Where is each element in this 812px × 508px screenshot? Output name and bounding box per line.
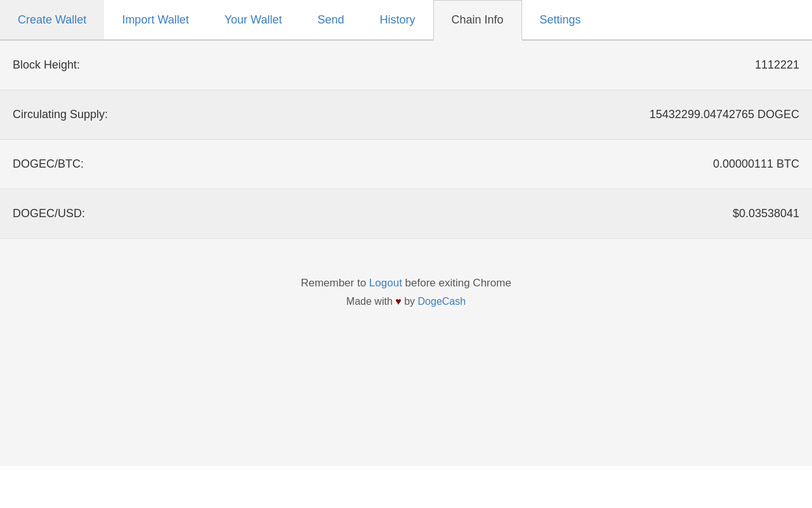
nav-your-wallet[interactable]: Your Wallet xyxy=(207,0,300,39)
block-height-row: Block Height: 1112221 xyxy=(0,41,812,90)
circulating-supply-value: 15432299.04742765 DOGEC xyxy=(650,108,799,121)
footer-before-exit-text: before exiting Chrome xyxy=(402,277,511,289)
dogec-usd-row: DOGEC/USD: $0.03538041 xyxy=(0,189,812,239)
nav-import-wallet[interactable]: Import Wallet xyxy=(104,0,206,39)
dogec-btc-row: DOGEC/BTC: 0.00000111 BTC xyxy=(0,140,812,189)
circulating-supply-row: Circulating Supply: 15432299.04742765 DO… xyxy=(0,90,812,140)
nav-send[interactable]: Send xyxy=(299,0,362,39)
footer-by-text: by xyxy=(402,296,418,307)
block-height-label: Block Height: xyxy=(13,58,80,72)
dogec-usd-value: $0.03538041 xyxy=(733,207,799,220)
navigation-bar: Create Wallet Import Wallet Your Wallet … xyxy=(0,0,812,41)
heart-icon: ♥ xyxy=(395,296,402,307)
dogecash-link[interactable]: DogeCash xyxy=(418,296,466,307)
content-area: Block Height: 1112221 Circulating Supply… xyxy=(0,41,812,466)
dogec-btc-value: 0.00000111 BTC xyxy=(713,157,799,171)
footer-line1: Remember to Logout before exiting Chrome xyxy=(13,277,799,290)
nav-settings[interactable]: Settings xyxy=(522,0,599,39)
footer: Remember to Logout before exiting Chrome… xyxy=(0,239,812,320)
nav-create-wallet[interactable]: Create Wallet xyxy=(0,0,104,39)
logout-link[interactable]: Logout xyxy=(369,277,402,289)
block-height-value: 1112221 xyxy=(755,58,799,72)
footer-line2: Made with ♥ by DogeCash xyxy=(13,296,799,307)
dogec-btc-label: DOGEC/BTC: xyxy=(13,157,84,171)
footer-made-with-text: Made with xyxy=(346,296,395,307)
nav-history[interactable]: History xyxy=(362,0,433,39)
nav-chain-info[interactable]: Chain Info xyxy=(433,0,522,41)
dogec-usd-label: DOGEC/USD: xyxy=(13,207,85,220)
circulating-supply-label: Circulating Supply: xyxy=(13,108,108,121)
footer-remember-text: Remember to xyxy=(301,277,369,289)
